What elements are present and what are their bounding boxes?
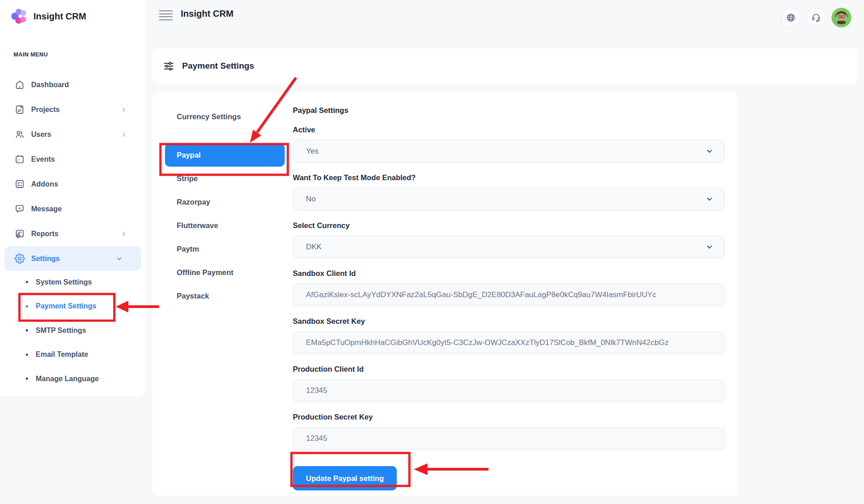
production-client-id-input[interactable] (293, 379, 725, 402)
sidebar-item-label: Message (31, 205, 62, 213)
submenu-item-label: Payment Settings (36, 302, 96, 310)
sliders-icon (163, 61, 174, 72)
tab-label: Razorpay (177, 198, 210, 206)
submenu-item-smtp-settings[interactable]: SMTP Settings (0, 318, 146, 343)
select-value: No (306, 195, 316, 204)
report-icon (14, 229, 25, 239)
sidebar-item-label: Addons (31, 180, 58, 188)
bullet-icon (26, 354, 28, 356)
chevron-down-icon (116, 255, 123, 262)
headset-icon (811, 13, 821, 23)
support-button[interactable] (806, 8, 826, 28)
user-avatar[interactable] (831, 8, 851, 28)
page-title: Payment Settings (182, 61, 254, 71)
chevron-down-icon (705, 195, 714, 203)
tab-label: Flutterwave (177, 221, 218, 230)
paypal-settings-form: Paypal Settings Active Yes Want To Keep … (293, 106, 725, 490)
sidebar-item-projects[interactable]: Projects (0, 97, 146, 122)
tab-label: Currency Settings (177, 112, 241, 121)
tab-paypal[interactable]: Paypal (165, 143, 285, 167)
select-value: DKK (306, 243, 322, 252)
tab-stripe[interactable]: Stripe (165, 167, 285, 190)
field-label-currency: Select Currency (293, 221, 725, 230)
currency-select[interactable]: DKK (293, 236, 725, 258)
chevron-right-icon (120, 106, 127, 113)
globe-icon (786, 13, 796, 23)
tab-offline-payment[interactable]: Offline Payment (165, 261, 285, 284)
field-label-active: Active (293, 126, 725, 134)
header-title: Insight CRM (181, 9, 234, 19)
field-label-sandbox-client-id: Sandbox Client Id (293, 269, 725, 278)
tab-paystack[interactable]: Paystack (165, 284, 285, 308)
sidebar-item-dashboard[interactable]: Dashboard (0, 72, 146, 97)
sandbox-secret-key-input[interactable] (293, 331, 725, 354)
field-label-sandbox-secret-key: Sandbox Secret Key (293, 317, 725, 326)
gear-icon (14, 253, 25, 264)
active-select[interactable]: Yes (293, 140, 725, 163)
payment-gateway-tabs: Currency Settings Paypal Stripe Razorpay… (165, 105, 285, 308)
chevron-down-icon (705, 243, 714, 251)
home-icon (14, 79, 25, 90)
calendar-icon (14, 154, 25, 164)
tab-currency-settings[interactable]: Currency Settings (165, 105, 285, 128)
submenu-item-manage-language[interactable]: Manage Language (0, 367, 146, 391)
submenu-item-email-template[interactable]: Email Template (0, 343, 146, 367)
bullet-icon (26, 305, 28, 308)
sandbox-client-id-input[interactable] (293, 284, 725, 306)
brand-logo-icon (11, 7, 29, 25)
submenu-item-label: SMTP Settings (36, 327, 86, 335)
submenu-item-system-settings[interactable]: System Settings (0, 270, 146, 294)
sidebar-item-label: Projects (31, 106, 60, 114)
sidebar-item-events[interactable]: Events (0, 147, 146, 172)
tab-label: Offline Payment (177, 268, 234, 277)
menu-toggle-icon[interactable] (159, 10, 173, 20)
sidebar-section-label: MAIN MENU (14, 51, 48, 58)
users-icon (14, 129, 25, 140)
tab-label: Paytm (177, 245, 199, 253)
submenu-item-payment-settings[interactable]: Payment Settings (0, 294, 146, 319)
submenu-item-label: Manage Language (36, 375, 99, 383)
tab-label: Paystack (177, 292, 209, 300)
chevron-right-icon (120, 131, 127, 138)
bullet-icon (26, 378, 28, 380)
tab-label: Stripe (177, 174, 198, 183)
sidebar-item-label: Dashboard (31, 81, 69, 89)
tab-divider (165, 133, 285, 134)
sidebar-item-reports[interactable]: Reports (0, 221, 146, 246)
checklist-icon (14, 179, 25, 189)
submenu-item-label: System Settings (36, 278, 92, 286)
document-icon (14, 104, 25, 115)
language-button[interactable] (781, 8, 801, 28)
chat-icon (14, 204, 25, 214)
sidebar-item-label: Events (31, 155, 55, 163)
chevron-right-icon (120, 230, 127, 238)
brand[interactable]: Insight CRM (11, 7, 86, 25)
sidebar-item-label: Reports (31, 230, 58, 238)
sidebar-item-message[interactable]: Message (0, 196, 146, 221)
bullet-icon (26, 281, 28, 283)
submenu-item-label: Email Template (36, 350, 88, 359)
tab-razorpay[interactable]: Razorpay (165, 190, 285, 214)
field-label-production-secret-key: Production Secret Key (293, 413, 725, 421)
sidebar-item-settings[interactable]: Settings (5, 246, 141, 271)
sidebar-item-label: Users (31, 131, 51, 139)
chevron-down-icon (705, 147, 714, 155)
update-paypal-setting-button[interactable]: Update Paypal setting (293, 466, 397, 490)
settings-submenu: System Settings Payment Settings SMTP Se… (0, 270, 146, 391)
page-title-card: Payment Settings (152, 48, 858, 84)
sidebar-item-users[interactable]: Users (0, 122, 146, 147)
test-mode-select[interactable]: No (293, 188, 725, 210)
app-window: Insight CRM MAIN MENU Dashboard Projects (0, 0, 864, 504)
sidebar-item-addons[interactable]: Addons (0, 172, 146, 196)
tab-paytm[interactable]: Paytm (165, 237, 285, 261)
tab-label: Paypal (177, 151, 201, 159)
payment-settings-card: Currency Settings Paypal Stripe Razorpay… (152, 93, 738, 496)
form-title: Paypal Settings (293, 106, 725, 115)
field-label-production-client-id: Production Client Id (293, 365, 725, 373)
sidebar-item-label: Settings (31, 255, 60, 263)
sidebar-menu: Dashboard Projects Users (0, 72, 146, 271)
select-value: Yes (306, 147, 319, 156)
production-secret-key-input[interactable] (293, 427, 725, 450)
brand-name: Insight CRM (33, 11, 86, 22)
tab-flutterwave[interactable]: Flutterwave (165, 214, 285, 237)
